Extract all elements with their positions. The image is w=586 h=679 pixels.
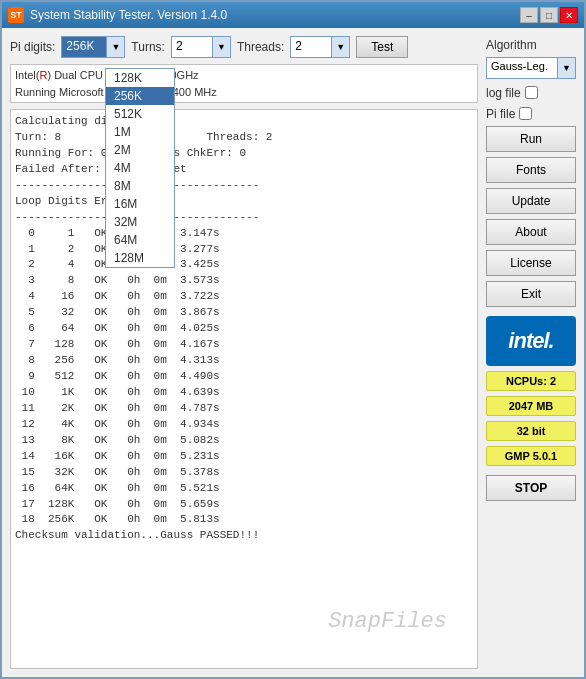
threads-arrow[interactable]: ▼ bbox=[331, 37, 349, 57]
about-button[interactable]: About bbox=[486, 219, 576, 245]
algorithm-value: Gauss-Leg. bbox=[487, 58, 557, 78]
output-line: ------------------------------------- bbox=[15, 210, 473, 226]
fonts-button[interactable]: Fonts bbox=[486, 157, 576, 183]
title-bar-left: ST System Stability Tester. Version 1.4.… bbox=[8, 7, 227, 23]
run-button[interactable]: Run bbox=[486, 126, 576, 152]
output-line: Checksum validation...Gauss PASSED!!! bbox=[15, 528, 473, 544]
bits-badge: 32 bit bbox=[486, 421, 576, 441]
app-icon: ST bbox=[8, 7, 24, 23]
threads-label: Threads: bbox=[237, 40, 284, 54]
watermark: SnapFiles bbox=[328, 606, 447, 638]
memory-badge: 2047 MB bbox=[486, 396, 576, 416]
exit-button[interactable]: Exit bbox=[486, 281, 576, 307]
output-line: 3 8 OK 0h 0m 3.573s bbox=[15, 273, 473, 289]
dropdown-item-1m[interactable]: 1M bbox=[106, 123, 174, 141]
info-area: Intel(R) Dual CPU E2220 @ 2.40GHz Runnin… bbox=[10, 64, 478, 103]
close-button[interactable]: ✕ bbox=[560, 7, 578, 23]
output-line: 11 2K OK 0h 0m 4.787s bbox=[15, 401, 473, 417]
dropdown-item-4m[interactable]: 4M bbox=[106, 159, 174, 177]
ncpus-badge: NCPUs: 2 bbox=[486, 371, 576, 391]
top-controls: Pi digits: 256K ▼ Turns: 2 ▼ Threads: 2 … bbox=[10, 36, 478, 58]
threads-select[interactable]: 2 ▼ bbox=[290, 36, 350, 58]
output-area: Calculating digits of pi Turn: 8 Threads… bbox=[10, 109, 478, 669]
output-line: 9 512 OK 0h 0m 4.490s bbox=[15, 369, 473, 385]
minimize-button[interactable]: – bbox=[520, 7, 538, 23]
right-panel: Algorithm Gauss-Leg. ▼ log file Pi file … bbox=[486, 36, 576, 669]
output-line: 16 64K OK 0h 0m 5.521s bbox=[15, 481, 473, 497]
dropdown-item-2m[interactable]: 2M bbox=[106, 141, 174, 159]
dropdown-item-64m[interactable]: 64M bbox=[106, 231, 174, 249]
dropdown-item-512k[interactable]: 512K bbox=[106, 105, 174, 123]
pifile-label: Pi file bbox=[486, 107, 515, 121]
dropdown-item-128k[interactable]: 128K bbox=[106, 69, 174, 87]
output-line: 7 128 OK 0h 0m 4.167s bbox=[15, 337, 473, 353]
main-window: ST System Stability Tester. Version 1.4.… bbox=[0, 0, 586, 679]
dropdown-item-8m[interactable]: 8M bbox=[106, 177, 174, 195]
output-line: 15 32K OK 0h 0m 5.378s bbox=[15, 465, 473, 481]
update-button[interactable]: Update bbox=[486, 188, 576, 214]
pi-digits-value: 256K bbox=[62, 37, 106, 57]
title-buttons: – □ ✕ bbox=[520, 7, 578, 23]
pi-digits-label: Pi digits: bbox=[10, 40, 55, 54]
window-title: System Stability Tester. Version 1.4.0 bbox=[30, 8, 227, 22]
threads-value: 2 bbox=[291, 37, 331, 57]
maximize-button[interactable]: □ bbox=[540, 7, 558, 23]
output-line: 0 1 OK 0h 0m 3.147s bbox=[15, 226, 473, 242]
info-line-1: Intel(R) Dual CPU E2220 @ 2.40GHz bbox=[15, 67, 473, 84]
gmp-badge: GMP 5.0.1 bbox=[486, 446, 576, 466]
algorithm-select[interactable]: Gauss-Leg. ▼ bbox=[486, 57, 576, 79]
output-line: 14 16K OK 0h 0m 5.231s bbox=[15, 449, 473, 465]
output-line: Loop Digits Err Time bbox=[15, 194, 473, 210]
output-line: 6 64 OK 0h 0m 4.025s bbox=[15, 321, 473, 337]
pi-digits-dropdown[interactable]: 128K 256K 512K 1M 2M 4M 8M 16M 32M 64M 1… bbox=[105, 68, 175, 268]
pifile-row: Pi file bbox=[486, 105, 576, 121]
main-content: Pi digits: 256K ▼ Turns: 2 ▼ Threads: 2 … bbox=[2, 28, 584, 677]
output-line: 5 32 OK 0h 0m 3.867s bbox=[15, 305, 473, 321]
turns-value: 2 bbox=[172, 37, 212, 57]
turns-label: Turns: bbox=[131, 40, 165, 54]
logfile-checkbox[interactable] bbox=[525, 86, 538, 99]
output-line: 18 256K OK 0h 0m 5.813s bbox=[15, 512, 473, 528]
dropdown-item-16m[interactable]: 16M bbox=[106, 195, 174, 213]
output-line: 2 4 OK 0h 0m 3.425s bbox=[15, 257, 473, 273]
output-line: 17 128K OK 0h 0m 5.659s bbox=[15, 497, 473, 513]
intel-logo-text: intel. bbox=[508, 328, 553, 353]
turns-arrow[interactable]: ▼ bbox=[212, 37, 230, 57]
dropdown-item-256k[interactable]: 256K bbox=[106, 87, 174, 105]
logfile-row: log file bbox=[486, 84, 576, 100]
output-line: 10 1K OK 0h 0m 4.639s bbox=[15, 385, 473, 401]
algorithm-label: Algorithm bbox=[486, 38, 576, 52]
left-panel: Pi digits: 256K ▼ Turns: 2 ▼ Threads: 2 … bbox=[10, 36, 478, 669]
turns-select[interactable]: 2 ▼ bbox=[171, 36, 231, 58]
output-line: ------------------------------------- bbox=[15, 178, 473, 194]
output-line: Calculating digits of pi bbox=[15, 114, 473, 130]
title-bar: ST System Stability Tester. Version 1.4.… bbox=[2, 2, 584, 28]
intel-logo: intel. bbox=[486, 316, 576, 366]
stop-button[interactable]: STOP bbox=[486, 475, 576, 501]
dropdown-item-32m[interactable]: 32M bbox=[106, 213, 174, 231]
output-line: 13 8K OK 0h 0m 5.082s bbox=[15, 433, 473, 449]
pifile-checkbox[interactable] bbox=[519, 107, 532, 120]
algorithm-arrow[interactable]: ▼ bbox=[557, 58, 575, 78]
dropdown-item-128m[interactable]: 128M bbox=[106, 249, 174, 267]
output-line: 4 16 OK 0h 0m 3.722s bbox=[15, 289, 473, 305]
output-line: Turn: 8 Threads: 2 bbox=[15, 130, 473, 146]
output-line: 8 256 OK 0h 0m 4.313s bbox=[15, 353, 473, 369]
output-line: Running For: 0h 0m 2.969s ChkErr: 0 bbox=[15, 146, 473, 162]
pi-digits-select[interactable]: 256K ▼ bbox=[61, 36, 125, 58]
output-line: 12 4K OK 0h 0m 4.934s bbox=[15, 417, 473, 433]
info-line-2: Running Microsoft Windows at 2400 MHz bbox=[15, 84, 473, 101]
output-line: Failed After: 0h 0m al yet bbox=[15, 162, 473, 178]
output-line: 1 2 OK 0h 0m 3.277s bbox=[15, 242, 473, 258]
logfile-label: log file bbox=[486, 86, 521, 100]
test-button[interactable]: Test bbox=[356, 36, 408, 58]
pi-digits-arrow[interactable]: ▼ bbox=[106, 37, 124, 57]
license-button[interactable]: License bbox=[486, 250, 576, 276]
